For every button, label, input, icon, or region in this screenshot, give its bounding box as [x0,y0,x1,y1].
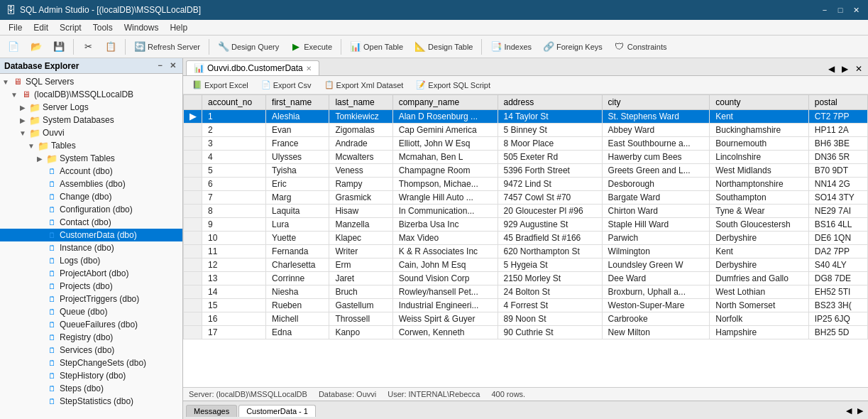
table-row[interactable]: 6EricRampyThompson, Michae...9472 Lind S… [184,178,868,191]
col-header-last_name[interactable]: last_name [329,95,392,110]
table-row[interactable]: 12CharlesettaErmCain, John M Esq5 Hygeia… [184,259,868,272]
tree-item-2[interactable]: ▶📁Server Logs [0,101,182,114]
tree-item-10[interactable]: 🗒Configuration (dbo) [0,203,182,216]
export-xml-btn[interactable]: 📋 Export Xml Dataset [319,78,409,92]
tree-item-11[interactable]: 🗒Contact (dbo) [0,216,182,229]
tab-nav-right[interactable]: ▶ [839,62,851,75]
open-table-btn[interactable]: 📊 Open Table [345,38,408,55]
tree-item-19[interactable]: 🗒QueueFailures (dbo) [0,318,182,331]
menu-item-help[interactable]: Help [164,21,193,34]
tree-item-18[interactable]: 🗒Queue (dbo) [0,305,182,318]
table-container[interactable]: account_nofirst_namelast_namecompany_nam… [183,94,868,387]
menu-item-windows[interactable]: Windows [119,21,165,34]
db-explorer-close-btn[interactable]: ✕ [167,60,178,71]
menu-item-script[interactable]: Script [54,21,87,34]
table-row[interactable]: 7MargGrasmickWrangle Hill Auto ...7457 C… [184,191,868,205]
tree-expand-2[interactable]: ▶ [18,104,27,111]
indexes-btn[interactable]: 📑 Indexes [485,38,537,55]
tree-item-13[interactable]: 🗒Instance (dbo) [0,241,182,254]
tree-item-14[interactable]: 🗒Logs (dbo) [0,254,182,267]
table-row[interactable]: 5TyishaVenessChampagne Room5396 Forth St… [184,164,868,178]
minimize-btn[interactable]: − [818,4,831,16]
tree-expand-1[interactable]: ▼ [10,91,18,99]
tree-item-12[interactable]: 🗒CustomerData (dbo) [0,229,182,241]
cell-last_name: Erm [329,259,392,272]
maximize-btn[interactable]: □ [834,4,847,16]
tree-item-7[interactable]: 🗒Account (dbo) [0,165,182,178]
table-row[interactable]: 14NieshaBruchRowley/hansell Pet...24 Bol… [184,285,868,299]
design-table-btn[interactable]: 📐 Design Table [410,38,478,55]
tree-item-8[interactable]: 🗒Assemblies (dbo) [0,178,182,190]
cut-btn[interactable]: ✂ [77,38,99,55]
tree-item-9[interactable]: 🗒Change (dbo) [0,190,182,203]
tab-close-all[interactable]: ✕ [852,62,865,75]
col-header-first_name[interactable]: first_name [266,95,329,110]
col-header-account_no[interactable]: account_no [202,95,266,110]
design-query-btn[interactable]: 🔧 Design Query [213,38,284,55]
content-tab[interactable]: 📊 Ouvvi.dbo.CustomerData ✕ [186,60,319,75]
menu-item-file[interactable]: File [3,21,28,34]
table-row[interactable]: 9LuraManzellaBizerba Usa Inc929 Augustin… [184,218,868,232]
tree-item-24[interactable]: 🗒Steps (dbo) [0,382,182,395]
execute-btn[interactable]: ▶ Execute [285,38,337,55]
open-btn[interactable]: 📂 [26,38,47,55]
table-row[interactable]: 13CorrinneJaretSound Vision Corp2150 Mor… [184,272,868,285]
tree-expand-0[interactable]: ▼ [1,78,10,86]
menu-item-tools[interactable]: Tools [87,21,119,34]
bottom-tab-messages[interactable]: Messages [186,405,237,417]
table-row[interactable]: 10YuetteKlapecMax Video45 Bradfield St #… [184,232,868,245]
bottom-tab-nav-right[interactable]: ▶ [855,406,865,416]
close-btn[interactable]: ✕ [850,4,862,16]
tree-item-21[interactable]: 🗒Services (dbo) [0,344,182,357]
col-header-address[interactable]: address [498,95,602,110]
tree-item-20[interactable]: 🗒Registry (dbo) [0,331,182,344]
content-tab-close[interactable]: ✕ [306,65,312,72]
tree-item-0[interactable]: ▼🖥SQL Servers [0,75,182,88]
table-row[interactable]: ▶1AleshiaTomkiewiczAlan D Rosenburg ...1… [184,110,868,124]
refresh-server-btn[interactable]: 🔄 Refresh Server [129,38,205,55]
tree-expand-6[interactable]: ▶ [35,155,44,163]
foreign-keys-btn[interactable]: 🔗 Foreign Keys [538,38,608,55]
bottom-tab-nav-left[interactable]: ◀ [844,406,854,416]
db-explorer-min-btn[interactable]: − [156,60,165,71]
tree-item-1[interactable]: ▼🖥(localDB)\MSSQLLocalDB [0,88,182,101]
bottom-tab-customerdata[interactable]: CustomerData - 1 [238,405,316,417]
table-row[interactable]: 17EdnaKanpoCorwen, Kenneth90 Cuthrie StN… [184,326,868,339]
copy-btn[interactable]: 📋 [100,38,121,55]
tree-item-17[interactable]: 🗒ProjectTriggers (dbo) [0,293,182,305]
export-excel-btn[interactable]: 📗 Export Excel [187,78,253,92]
col-header-company_name[interactable]: company_name [392,95,498,110]
tree-item-15[interactable]: 🗒ProjectAbort (dbo) [0,267,182,280]
save-btn[interactable]: 💾 [48,38,70,55]
table-row[interactable]: 4UlyssesMcwaltersMcmahan, Ben L505 Exete… [184,151,868,164]
col-header-county[interactable]: county [710,95,808,110]
menu-item-edit[interactable]: Edit [28,21,54,34]
tree-item-6[interactable]: ▶📁System Tables [0,152,182,165]
table-row[interactable]: 3FranceAndradeElliott, John W Esq8 Moor … [184,137,868,151]
tree-item-25[interactable]: 🗒StepStatistics (dbo) [0,395,182,408]
new-file-btn[interactable]: 📄 [3,38,24,55]
cell-account_no: 5 [202,164,266,178]
tab-nav-left[interactable]: ◀ [825,62,837,75]
tree-item-3[interactable]: ▶📁System Databases [0,114,182,126]
tree-item-4[interactable]: ▼📁Ouvvi [0,126,182,139]
tree-expand-4[interactable]: ▼ [18,129,27,137]
tree-expand-5[interactable]: ▼ [27,142,35,150]
table-row[interactable]: 15RuebenGastellumIndustrial Engineeri...… [184,299,868,312]
export-sql-btn[interactable]: 📝 Export SQL Script [411,78,495,92]
tree-item-16[interactable]: 🗒Projects (dbo) [0,280,182,293]
tree-item-23[interactable]: 🗒StepHistory (dbo) [0,369,182,382]
table-row[interactable]: 2EvanZigomalasCap Gemini America5 Binney… [184,124,868,137]
tree-expand-3[interactable]: ▶ [18,116,27,124]
table-row[interactable]: 8LaquitaHisawIn Communication...20 Glouc… [184,205,868,218]
constraints-btn[interactable]: 🛡 Constraints [609,38,672,55]
table-row[interactable]: 16MichellThrossellWeiss Spirt & Guyer89 … [184,312,868,326]
table-row[interactable]: 11FernandaWriterK & R Associates Inc620 … [184,245,868,259]
export-csv-btn[interactable]: 📄 Export Csv [256,78,317,92]
tree-item-22[interactable]: 🗒StepChangeSets (dbo) [0,357,182,369]
title-bar-controls[interactable]: − □ ✕ [818,4,862,16]
col-header-city[interactable]: city [602,95,710,110]
tree-item-5[interactable]: ▼📁Tables [0,139,182,152]
cell-first_name: Michell [266,312,329,326]
col-header-postal[interactable]: postal [808,95,867,110]
